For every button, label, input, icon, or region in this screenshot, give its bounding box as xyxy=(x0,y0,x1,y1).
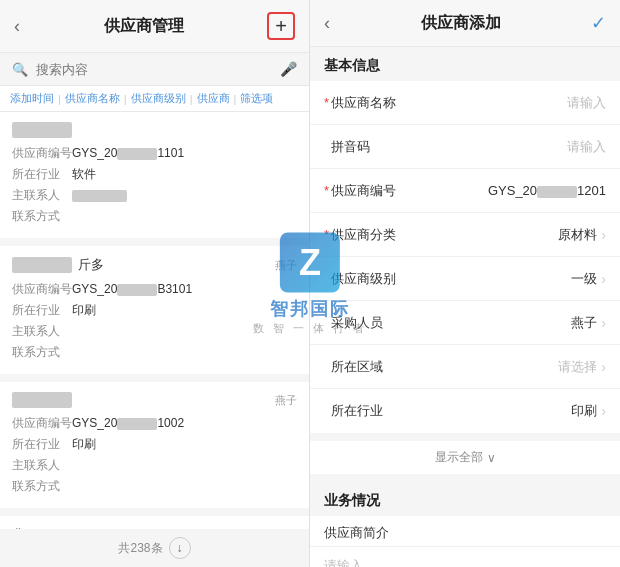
list-item[interactable]: 斤多 燕子 供应商编号 GYS_20B3101 所在行业 印刷 主联系人 联系方… xyxy=(0,246,309,374)
item-assignee: 燕子 xyxy=(275,258,297,273)
business-section-header: 业务情况 xyxy=(310,482,620,516)
right-title: 供应商添加 xyxy=(421,13,501,34)
business-form: 供应商简介 请输入 xyxy=(310,516,620,567)
field-label-code: 供应商编号 xyxy=(331,182,401,200)
chevron-down-icon: ∨ xyxy=(487,451,496,465)
item-contact xyxy=(72,186,127,204)
form-row-region[interactable]: * 所在区域 请选择 › xyxy=(310,345,620,389)
expand-basic-label: 显示全部 xyxy=(435,449,483,466)
right-header: ‹ 供应商添加 ✓ xyxy=(310,0,620,47)
field-label-purchaser: 采购人员 xyxy=(331,314,401,332)
filter-supplier[interactable]: 供应商 xyxy=(197,91,230,106)
left-back-icon[interactable]: ‹ xyxy=(14,16,20,37)
left-header: ‹ 供应商管理 + xyxy=(0,0,309,53)
avatar xyxy=(12,257,72,273)
item-assignee: 燕子 xyxy=(275,393,297,408)
form-row-purchaser[interactable]: * 采购人员 燕子 › xyxy=(310,301,620,345)
list-item[interactable]: 燕 yzy xyxy=(0,516,309,529)
item-name-suffix: 斤多 xyxy=(78,256,104,274)
form-row-name[interactable]: * 供应商名称 请输入 xyxy=(310,81,620,125)
field-value-purchaser: 燕子 xyxy=(401,314,597,332)
form-row-category[interactable]: * 供应商分类 原材料 › xyxy=(310,213,620,257)
field-label-category: 供应商分类 xyxy=(331,226,401,244)
field-value-region: 请选择 xyxy=(401,358,597,376)
add-supplier-button[interactable]: + xyxy=(267,12,295,40)
item-industry: 软件 xyxy=(72,165,96,183)
form-row-code[interactable]: * 供应商编号 GYS_201201 xyxy=(310,169,620,213)
chevron-right-icon: › xyxy=(601,271,606,287)
form-row-industry[interactable]: * 所在行业 印刷 › xyxy=(310,389,620,433)
search-bar: 🔍 🎤 xyxy=(0,53,309,86)
chevron-right-icon: › xyxy=(601,403,606,419)
field-value-name: 请输入 xyxy=(401,94,606,112)
filter-date[interactable]: 添加时间 xyxy=(10,91,54,106)
avatar xyxy=(12,392,72,408)
right-back-icon[interactable]: ‹ xyxy=(324,13,330,34)
intro-input[interactable]: 请输入 xyxy=(310,547,620,567)
left-panel: ‹ 供应商管理 + 🔍 🎤 添加时间 | 供应商名称 | 供应商级别 | 供应商… xyxy=(0,0,310,567)
avatar xyxy=(12,122,72,138)
field-value-category: 原材料 xyxy=(401,226,597,244)
basic-info-form: * 供应商名称 请输入 * 拼音码 请输入 * 供应商编号 GYS_201201… xyxy=(310,81,620,433)
form-row-level[interactable]: * 供应商级别 一级 › xyxy=(310,257,620,301)
field-label-level: 供应商级别 xyxy=(331,270,401,288)
field-label-industry: 所在行业 xyxy=(331,402,401,420)
filter-bar: 添加时间 | 供应商名称 | 供应商级别 | 供应商 | 筛选项 xyxy=(0,86,309,112)
field-label-name: 供应商名称 xyxy=(331,94,401,112)
chevron-right-icon: › xyxy=(601,227,606,243)
expand-basic-button[interactable]: 显示全部 ∨ xyxy=(310,441,620,482)
list-footer: 共238条 ↓ xyxy=(0,529,309,567)
filter-options[interactable]: 筛选项 xyxy=(240,91,273,106)
left-title: 供应商管理 xyxy=(104,16,184,37)
field-value-pinyin: 请输入 xyxy=(401,138,606,156)
list-item[interactable]: 燕子 供应商编号 GYS_201002 所在行业 印刷 主联系人 联系方式 xyxy=(0,382,309,508)
field-label-pinyin: 拼音码 xyxy=(331,138,401,156)
item-code: GYS_201101 xyxy=(72,144,184,162)
chevron-right-icon: › xyxy=(601,315,606,331)
item-code: GYS_201002 xyxy=(72,414,184,432)
right-panel: ‹ 供应商添加 ✓ 基本信息 * 供应商名称 请输入 * 拼音码 请输入 * 供… xyxy=(310,0,620,567)
scroll-down-button[interactable]: ↓ xyxy=(169,537,191,559)
filter-category[interactable]: 供应商级别 xyxy=(131,91,186,106)
confirm-button[interactable]: ✓ xyxy=(591,12,606,34)
search-icon: 🔍 xyxy=(12,62,28,77)
intro-label: 供应商简介 xyxy=(310,516,620,547)
field-value-code: GYS_201201 xyxy=(401,183,606,198)
field-value-level: 一级 xyxy=(401,270,597,288)
total-count: 共238条 xyxy=(118,540,162,557)
item-code: GYS_20B3101 xyxy=(72,280,192,298)
form-content: 基本信息 * 供应商名称 请输入 * 拼音码 请输入 * 供应商编号 GYS_2… xyxy=(310,47,620,567)
filter-name[interactable]: 供应商名称 xyxy=(65,91,120,106)
item-industry: 印刷 xyxy=(72,301,96,319)
item-industry: 印刷 xyxy=(72,435,96,453)
mic-icon[interactable]: 🎤 xyxy=(280,61,297,77)
field-value-industry: 印刷 xyxy=(401,402,597,420)
supplier-list: 供应商编号 GYS_201101 所在行业 软件 主联系人 联系方式 斤多 xyxy=(0,112,309,529)
list-item[interactable]: 供应商编号 GYS_201101 所在行业 软件 主联系人 联系方式 xyxy=(0,112,309,238)
field-label-region: 所在区域 xyxy=(331,358,401,376)
chevron-right-icon: › xyxy=(601,359,606,375)
basic-section-header: 基本信息 xyxy=(310,47,620,81)
form-row-pinyin[interactable]: * 拼音码 请输入 xyxy=(310,125,620,169)
search-input[interactable] xyxy=(36,62,272,77)
